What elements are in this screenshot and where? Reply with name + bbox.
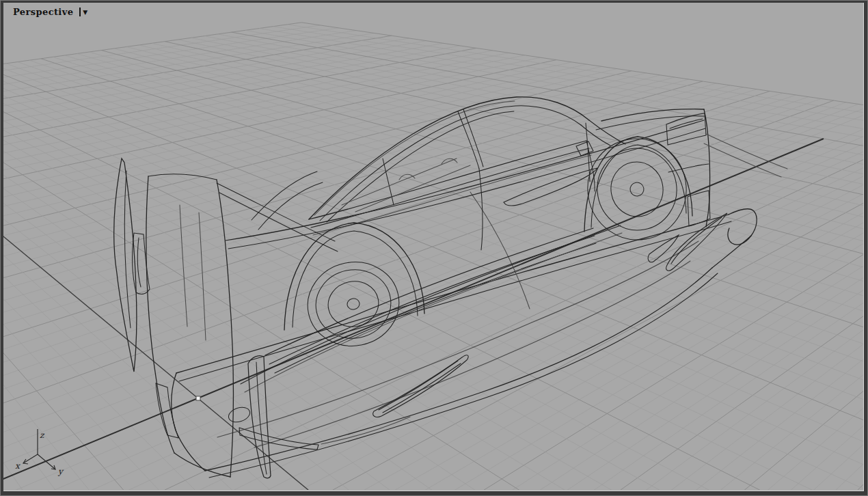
grid-minor-line bbox=[139, 45, 863, 296]
grid-minor-line bbox=[53, 57, 863, 393]
taillight-slot-inner bbox=[137, 238, 141, 287]
grid-minor-line bbox=[3, 76, 863, 491]
rear-panel-inner-lines bbox=[180, 205, 206, 340]
grid-major-line bbox=[3, 133, 863, 491]
viewport-title[interactable]: Perspective ▼ bbox=[13, 5, 88, 18]
grid-minor-line bbox=[3, 132, 863, 491]
grid-minor-line bbox=[3, 129, 863, 491]
grid-minor-line bbox=[3, 73, 646, 411]
gizmo-x-label: x bbox=[15, 461, 21, 471]
grid-minor-line bbox=[3, 104, 858, 491]
surface-seam bbox=[470, 192, 530, 309]
grid-minor-line bbox=[3, 165, 863, 491]
grid-minor-line bbox=[3, 137, 863, 491]
grid-minor-line bbox=[77, 54, 864, 363]
viewport-title-divider bbox=[79, 8, 81, 16]
grid-major-line bbox=[3, 108, 204, 491]
grid-major-line bbox=[3, 36, 392, 187]
viewport-title-label[interactable]: Perspective bbox=[13, 7, 73, 17]
viewport-canvas[interactable]: z x y Perspective ▼ bbox=[3, 3, 863, 491]
grid-minor-line bbox=[3, 142, 863, 491]
grid-major-line bbox=[3, 67, 863, 491]
grid-major-line bbox=[3, 161, 863, 491]
frame-highlight-right bbox=[863, 3, 864, 491]
headlight-inner bbox=[670, 119, 703, 128]
grid-minor-line bbox=[3, 113, 863, 491]
grid-minor-line bbox=[3, 92, 728, 491]
scene-svg[interactable]: z x y bbox=[3, 3, 863, 491]
grid-minor-line bbox=[3, 79, 689, 466]
grid-minor-line bbox=[3, 153, 863, 491]
surface-blade-mid bbox=[373, 355, 468, 417]
surface-blade-mid-line2 bbox=[383, 363, 461, 413]
gizmo-y-axis bbox=[38, 454, 55, 469]
rear-panel-right-edge bbox=[217, 180, 233, 477]
front-face-edge bbox=[704, 109, 710, 227]
grid-minor-line bbox=[3, 109, 142, 491]
rocker-line-3 bbox=[275, 243, 596, 373]
bumper-crease bbox=[668, 164, 709, 172]
surface-top-edge bbox=[176, 215, 729, 373]
frame-highlight-bottom bbox=[3, 491, 863, 491]
grid-minor-line bbox=[3, 116, 863, 491]
grid-minor-line bbox=[3, 89, 757, 491]
grid-minor-line bbox=[3, 77, 675, 447]
glass-reflection-2 bbox=[355, 165, 470, 212]
application-window: z x y Perspective ▼ bbox=[0, 0, 868, 496]
grid-minor-line bbox=[3, 103, 411, 491]
grid-major-line bbox=[3, 167, 863, 491]
exhaust-oval bbox=[227, 405, 252, 425]
shoulder-line-2 bbox=[228, 128, 705, 249]
grid-minor-line bbox=[3, 138, 863, 491]
grid-minor-line bbox=[114, 49, 864, 321]
surface-bottom-edge bbox=[205, 268, 712, 471]
grid-minor-line bbox=[3, 143, 863, 491]
grid-minor-line bbox=[3, 139, 863, 491]
viewport-dropdown-arrow-icon[interactable]: ▼ bbox=[83, 10, 87, 16]
grid-major-line bbox=[301, 23, 863, 167]
gizmo-y-label: y bbox=[57, 467, 64, 476]
origin-point-marker[interactable] bbox=[196, 396, 200, 400]
grid-x-axis-line bbox=[3, 139, 824, 480]
gizmo-x-axis bbox=[23, 454, 38, 463]
grid-minor-line bbox=[3, 104, 365, 491]
grid-minor-line bbox=[3, 41, 426, 210]
